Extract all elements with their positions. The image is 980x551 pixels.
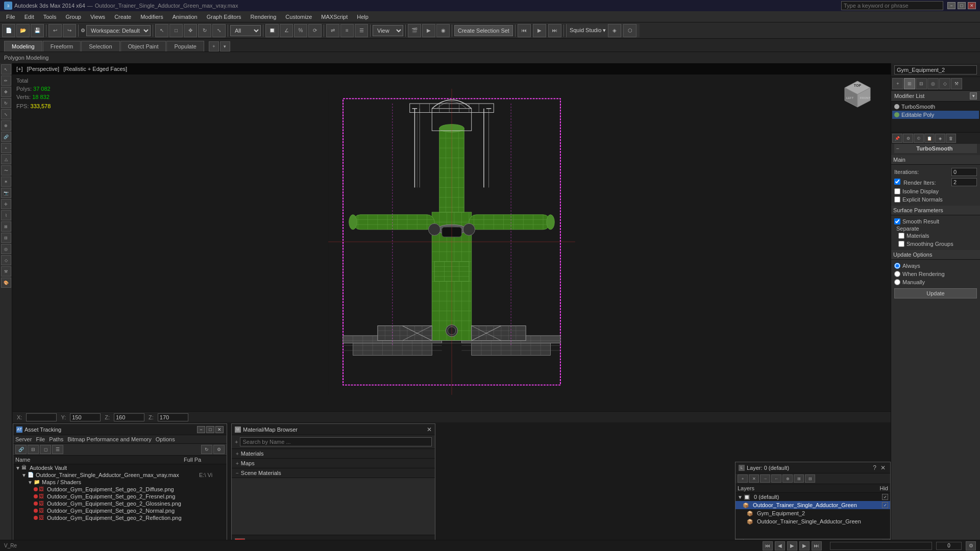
sidebar-camera-icon[interactable]: 📷	[1, 188, 11, 198]
vp-plus[interactable]: [+]	[16, 66, 23, 72]
ts-section-minus[interactable]: −	[896, 146, 899, 152]
mod-configure-icon[interactable]: ⚙	[903, 134, 913, 143]
at-menu-server[interactable]: Server	[15, 436, 32, 442]
spinner-snap[interactable]: ⟳	[308, 24, 322, 37]
at-tb-refresh-btn[interactable]: ↻	[201, 445, 212, 454]
sidebar-geometry-icon[interactable]: △	[1, 154, 11, 164]
motion-tab-icon[interactable]: ◎	[927, 78, 939, 89]
utilities-tab-icon[interactable]: ⚒	[951, 78, 962, 89]
at-row-file[interactable]: ▼ 📄 Outdoor_Trainer_Single_Adductor_Gree…	[13, 471, 227, 479]
pb-prev-frame[interactable]: ◀	[775, 541, 785, 550]
materials-checkbox[interactable]	[898, 233, 904, 239]
mb-close-btn[interactable]: ✕	[427, 426, 432, 433]
lp-add-selection-btn[interactable]: →	[760, 474, 770, 483]
vp-perspective[interactable]: [Perspective]	[27, 66, 60, 72]
sidebar-hierarchy-icon[interactable]: ⊟	[1, 233, 11, 243]
lp-row-default[interactable]: ▼ 🔲 0 (default) ✓	[736, 493, 890, 501]
menu-modifiers[interactable]: Modifiers	[136, 13, 167, 21]
always-radio[interactable]	[894, 263, 900, 269]
nav-cube[interactable]: TOP LEFT FRONT	[840, 79, 880, 119]
at-row-glossines[interactable]: 🖼 Outdoor_Gym_Equipment_Set_geo_2_Glossi…	[13, 500, 227, 507]
at-row-reflection[interactable]: 🖼 Outdoor_Gym_Equipment_Set_geo_2_Reflec…	[13, 514, 227, 521]
menu-create[interactable]: Create	[110, 13, 135, 21]
mod-make-unique-icon[interactable]: ◈	[935, 134, 945, 143]
tab-selection[interactable]: Selection	[81, 41, 119, 52]
modifier-list-dropdown-btn[interactable]: ▾	[970, 92, 977, 99]
at-row-diffuse[interactable]: 🖼 Outdoor_Gym_Equipment_Set_geo_2_Diffus…	[13, 486, 227, 493]
timeline-scrubber[interactable]	[830, 542, 932, 550]
pb-goto-end[interactable]: ⏭	[812, 541, 822, 550]
pb-goto-start[interactable]: ⏮	[763, 541, 773, 550]
sidebar-move-icon[interactable]: ✥	[1, 87, 11, 97]
lp-delete-layer-btn[interactable]: ✕	[749, 474, 759, 483]
menu-help[interactable]: Help	[353, 13, 373, 21]
render-iters-input[interactable]: 2	[951, 178, 977, 186]
open-button[interactable]: 📂	[16, 24, 30, 37]
render-iters-checkbox[interactable]	[894, 179, 900, 185]
scale-btn[interactable]: ⤡	[212, 24, 226, 37]
sidebar-light-icon[interactable]: ☀	[1, 177, 11, 187]
menu-graph-editors[interactable]: Graph Editors	[203, 13, 246, 21]
at-row-fresnel[interactable]: 🖼 Outdoor_Gym_Equipment_Set_geo_2_Fresne…	[13, 493, 227, 500]
lp-row-gym[interactable]: 📦 Gym_Equipment_2	[736, 509, 890, 517]
mb-section-maps[interactable]: + Maps	[232, 459, 435, 468]
smooth-result-checkbox[interactable]	[894, 218, 900, 224]
close-button[interactable]: ✕	[968, 2, 976, 9]
menu-edit[interactable]: Edit	[20, 13, 38, 21]
at-tb-btn1[interactable]: 🔗	[15, 445, 27, 454]
sidebar-utilities-icon[interactable]: ⚒	[1, 266, 11, 277]
display-tab-icon[interactable]: ◇	[939, 78, 950, 89]
populate-option-btn[interactable]: +	[209, 41, 219, 52]
select-region-btn[interactable]: □	[169, 24, 183, 37]
rotate-btn[interactable]: ↻	[198, 24, 211, 37]
mb-section-scene-materials[interactable]: − Scene Materials	[232, 468, 435, 478]
at-tb-settings-btn[interactable]: ⚙	[213, 445, 225, 454]
sidebar-helper-icon[interactable]: ✛	[1, 199, 11, 209]
menu-rendering[interactable]: Rendering	[247, 13, 281, 21]
frame-number-input[interactable]	[936, 542, 962, 550]
sidebar-create-icon[interactable]: +	[1, 143, 11, 153]
at-row-vault[interactable]: ▼ 🏛 Autodesk Vault	[13, 464, 227, 471]
select-btn[interactable]: ↖	[155, 24, 168, 37]
update-button[interactable]: Update	[894, 288, 977, 298]
active-shade-btn[interactable]: ◉	[436, 24, 450, 37]
angle-snap[interactable]: ∠	[280, 24, 293, 37]
object-name-input[interactable]: Gym_Equipment_2	[894, 65, 977, 74]
lp-merge-btn[interactable]: ⊕	[782, 474, 793, 483]
manually-radio[interactable]	[894, 279, 900, 285]
modifier-turbosmooth[interactable]: TurboSmooth	[892, 103, 979, 111]
snap-toggle[interactable]: 🔲	[265, 24, 279, 37]
prev-frame-btn[interactable]: ⏮	[518, 24, 531, 37]
select-filter-dropdown[interactable]: All	[230, 25, 261, 36]
undo-button[interactable]: ↩	[48, 24, 62, 37]
sidebar-link-icon[interactable]: 🔗	[1, 132, 11, 142]
mod-paste-icon[interactable]: 📋	[924, 134, 935, 143]
mb-search-input[interactable]	[240, 437, 432, 446]
render-btn[interactable]: ▶	[422, 24, 435, 37]
mod-pin-icon[interactable]: 📌	[892, 134, 902, 143]
menu-animation[interactable]: Animation	[168, 13, 202, 21]
coord-x-input[interactable]	[26, 413, 57, 421]
at-close-btn[interactable]: ✕	[215, 426, 224, 433]
lp-select-objects-btn[interactable]: ←	[771, 474, 781, 483]
lp-collapse-btn[interactable]: ⊟	[805, 474, 815, 483]
at-menu-paths[interactable]: Paths	[49, 436, 63, 442]
menu-group[interactable]: Group	[61, 13, 85, 21]
isoline-checkbox[interactable]	[894, 188, 900, 194]
at-menu-bitmap-perf[interactable]: Bitmap Performance and Memory	[67, 436, 151, 442]
layer-manager-btn[interactable]: ☰	[355, 24, 368, 37]
sidebar-motion-icon[interactable]: ◎	[1, 244, 11, 254]
coord-y-input[interactable]	[70, 413, 101, 421]
sidebar-scale-icon[interactable]: ⤡	[1, 109, 11, 119]
move-btn[interactable]: ✥	[184, 24, 197, 37]
sidebar-modifier-icon[interactable]: ⊞	[1, 221, 11, 232]
modify-tab-icon[interactable]: ⊞	[904, 78, 915, 89]
menu-views[interactable]: Views	[86, 13, 109, 21]
percent-snap[interactable]: %	[294, 24, 307, 37]
vp-shading[interactable]: [Realistic + Edged Faces]	[63, 66, 127, 72]
at-menu-file[interactable]: File	[36, 436, 45, 442]
lp-new-layer-btn[interactable]: +	[738, 474, 748, 483]
mod-copy-icon[interactable]: ©	[914, 134, 924, 143]
menu-tools[interactable]: Tools	[39, 13, 61, 21]
play-btn[interactable]: ▶	[533, 24, 546, 37]
